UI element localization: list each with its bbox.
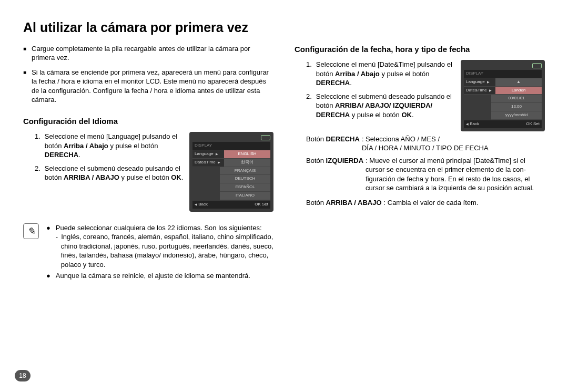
left-column: ■ Cargue completamente la pila recargabl…: [23, 44, 273, 283]
step-number: 2.: [306, 92, 312, 120]
step-number: 1.: [35, 132, 40, 160]
right-column: Configuración de la fecha, hora y tipo d…: [295, 44, 545, 283]
lcd-row-value: 한국어: [224, 159, 270, 167]
step-number: 1.: [306, 60, 312, 88]
chevron-left-icon: ◀: [195, 203, 197, 206]
lcd-row-value: ESPAÑOL: [220, 183, 270, 192]
chevron-left-icon: ◀: [466, 122, 469, 126]
note-text-2: Aunque la cámara se reinicie, el ajuste …: [56, 271, 250, 281]
datetime-lcd-mock: DISPLAY Language ▶ ▲ Date&Time ▶ London …: [461, 60, 545, 131]
lcd-row-label: Language ▶: [464, 78, 495, 87]
dt-step-1: 1. Seleccione el menú [Date&Time] pulsan…: [306, 60, 457, 88]
dt-step-2: 2. Seleccione el submenú deseado pulsand…: [306, 92, 457, 120]
lcd-row-value: London: [495, 87, 542, 95]
intro-bullet-1: ■ Cargue completamente la pila recargabl…: [23, 44, 273, 63]
lcd-row-label: Language ▶: [192, 150, 224, 159]
lcd-row-value: yyyy/mm/dd: [491, 111, 542, 120]
chevron-right-icon: ▶: [216, 152, 218, 156]
lang-step-2: 2. Seleccione el submenú deseado pulsand…: [35, 164, 185, 182]
lcd-header: DISPLAY: [464, 70, 542, 78]
note-icon: ✎: [23, 223, 39, 239]
step-text: Seleccione el menú [Date&Time] pulsando …: [316, 60, 457, 88]
step-text: Seleccione el submenú deseado pulsando e…: [316, 92, 457, 120]
square-bullet-icon: ■: [23, 44, 26, 63]
lang-step-1: 1. Seleccione el menú [Language] pulsand…: [35, 132, 185, 160]
lcd-row-value: ITALIANO: [220, 192, 270, 200]
chevron-right-icon: ▶: [487, 80, 490, 84]
chevron-right-icon: ▶: [489, 88, 492, 92]
lcd-back: ◀ Back: [466, 121, 479, 127]
intro-text-2: Si la cámara se enciende por primera vez…: [32, 68, 273, 105]
step-number: 2.: [35, 164, 40, 182]
btn-right-desc: Botón DERECHA : Selecciona AÑO / MES / D…: [306, 135, 545, 153]
lcd-row-value: ENGLISH: [224, 150, 270, 159]
note-box: ✎ ● Puede seleccionar cualquiera de los …: [23, 223, 273, 283]
lcd-row-label: Date&Time ▶: [192, 159, 224, 167]
lang-lcd-mock: DISPLAY Language ▶ ENGLISH Date&Time ▶ 한…: [189, 132, 273, 211]
battery-icon: [532, 63, 542, 68]
intro-bullet-2: ■ Si la cámara se enciende por primera v…: [23, 68, 273, 105]
lcd-row-value: FRANÇAIS: [220, 167, 270, 176]
page-number: 18: [15, 370, 31, 381]
intro-text-1: Cargue completamente la pila recargable …: [32, 44, 273, 63]
lcd-row-value: DEUTSCH: [220, 175, 270, 183]
lcd-row-value: ▲: [495, 78, 542, 87]
step-text: Seleccione el menú [Language] pulsando e…: [45, 132, 185, 160]
datetime-heading: Configuración de la fecha, hora y tipo d…: [295, 44, 545, 55]
btn-left-desc: Botón IZQUIERDA : Mueve el cursor al men…: [306, 156, 545, 193]
dot-bullet-icon: ●: [46, 271, 50, 281]
lcd-back: ◀ Back: [195, 202, 208, 208]
note-text-1: Puede seleccionar cualquiera de los 22 i…: [56, 223, 273, 270]
chevron-right-icon: ▶: [218, 160, 220, 164]
lcd-header: DISPLAY: [192, 142, 270, 150]
battery-icon: [261, 135, 270, 140]
lcd-row-label: Date&Time ▶: [464, 87, 495, 95]
square-bullet-icon: ■: [23, 68, 26, 105]
btn-updown-desc: Botón ARRIBA / ABAJO : Cambia el valor d…: [306, 198, 545, 208]
dot-bullet-icon: ●: [46, 223, 50, 270]
lcd-okset: OK Set: [255, 202, 268, 208]
lcd-row-value: 08/01/01: [491, 95, 542, 103]
lcd-okset: OK Set: [526, 121, 540, 127]
lcd-row-value: 13:00: [491, 103, 542, 111]
step-text: Seleccione el submenú deseado pulsando e…: [45, 164, 185, 182]
page-title: Al utilizar la cámara por primera vez: [23, 19, 545, 37]
lang-heading: Configuración del Idioma: [23, 116, 273, 127]
